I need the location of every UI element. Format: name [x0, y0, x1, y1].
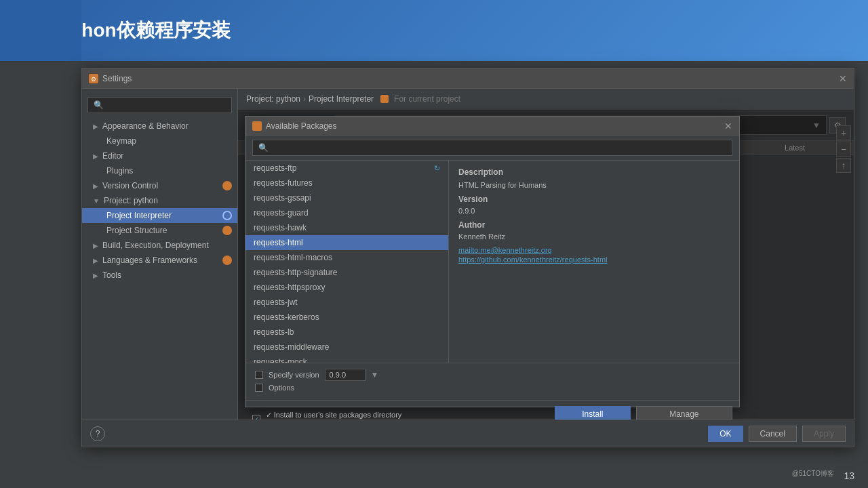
settings-sidebar: ▶ Appearance & Behavior Keymap ▶ Editor …	[82, 89, 238, 420]
author-value: Kenneth Reitz	[458, 232, 730, 241]
package-name: requests-futures	[254, 178, 313, 188]
list-item[interactable]: requests-kerberos	[245, 310, 448, 325]
author-email-link[interactable]: mailto:me@kennethreitz.org	[458, 246, 730, 254]
list-item[interactable]: requests-ftp ↻	[245, 161, 448, 176]
list-item-selected[interactable]: requests-html	[245, 235, 448, 250]
breadcrumb-icon	[380, 95, 389, 103]
slide-number: 13	[844, 470, 854, 481]
sidebar-item-interpreter[interactable]: Project Interpreter	[82, 208, 237, 223]
breadcrumb-project: Project: python	[246, 94, 300, 104]
sidebar-item-tools[interactable]: ▶ Tools	[82, 268, 237, 283]
sidebar-item-editor[interactable]: ▶ Editor	[82, 148, 237, 163]
breadcrumb: Project: python › Project Interpreter Fo…	[238, 89, 854, 110]
close-button[interactable]: ✕	[839, 73, 847, 84]
breadcrumb-sep: ›	[303, 94, 306, 104]
author-label: Author	[458, 220, 730, 230]
package-name: requests-httpsproxy	[254, 283, 325, 292]
specify-version-row: Specify version ▼	[255, 369, 730, 381]
list-item[interactable]: requests-jwt	[245, 295, 448, 310]
top-left-accent	[0, 0, 81, 61]
arrow-icon: ▶	[93, 152, 98, 160]
package-name: requests-guard	[254, 208, 309, 218]
list-item[interactable]: requests-mock	[245, 354, 448, 363]
arrow-icon: ▶	[93, 242, 98, 249]
sidebar-item-label: Appearance & Behavior	[102, 121, 189, 131]
apply-button[interactable]: Apply	[802, 426, 846, 442]
sidebar-item-keymap[interactable]: Keymap	[82, 134, 237, 148]
specify-version-checkbox[interactable]	[255, 371, 263, 379]
settings-titlebar: ⚙ Settings ✕	[82, 68, 854, 89]
package-name: requests-jwt	[254, 298, 298, 307]
reload-icon: ↻	[434, 164, 440, 173]
footer-buttons: OK Cancel Apply	[708, 426, 846, 442]
modal-title: Available Packages	[266, 121, 337, 131]
breadcrumb-note: For current project	[394, 94, 460, 104]
sidebar-item-label: Editor	[102, 151, 123, 161]
settings-footer: ? OK Cancel Apply	[82, 420, 854, 447]
modal-close-button[interactable]: ✕	[724, 121, 732, 131]
package-name: requests-middleware	[254, 342, 329, 352]
sidebar-item-build[interactable]: ▶ Build, Execution, Deployment	[82, 238, 237, 253]
version-input[interactable]	[325, 369, 366, 381]
modal-action-buttons: Install Package Manage Repositories	[555, 406, 732, 420]
list-item[interactable]: requests-middleware	[245, 340, 448, 354]
install-note: ✓ Install to user's site packages direct…	[266, 411, 549, 420]
package-name: requests-html	[254, 238, 303, 247]
list-item[interactable]: requests-futures	[245, 176, 448, 190]
modal-title-icon	[252, 121, 262, 131]
settings-body: ▶ Appearance & Behavior Keymap ▶ Editor …	[82, 89, 854, 420]
specify-version-label: Specify version	[269, 371, 319, 379]
list-item[interactable]: requests-html-macros	[245, 250, 448, 265]
package-search-input[interactable]	[252, 140, 732, 156]
settings-title: Settings	[102, 74, 132, 83]
modal-options: Specify version ▼ Options	[245, 363, 739, 400]
package-list: requests-ftp ↻ requests-futures requests…	[245, 161, 449, 363]
sidebar-item-languages[interactable]: ▶ Languages & Frameworks	[82, 253, 237, 268]
sidebar-item-label: Project Interpreter	[106, 211, 172, 220]
arrow-icon: ▶	[93, 182, 98, 190]
arrow-icon: ▶	[93, 272, 98, 279]
list-item[interactable]: requests-guard	[245, 205, 448, 220]
modal-search-area	[245, 136, 739, 161]
install-checkbox[interactable]: ✓	[252, 415, 260, 420]
sidebar-item-plugins[interactable]: Plugins	[82, 163, 237, 178]
package-name: requests-html-macros	[254, 253, 332, 262]
package-description-panel: Description HTML Parsing for Humans Vers…	[449, 161, 739, 363]
cancel-button[interactable]: Cancel	[749, 426, 797, 442]
arrow-icon: ▼	[93, 197, 100, 205]
structure-badge	[222, 226, 232, 235]
github-link[interactable]: https://github.com/kennethreitz/requests…	[458, 256, 730, 264]
vcs-badge	[222, 181, 232, 190]
sidebar-item-vcs[interactable]: ▶ Version Control	[82, 178, 237, 193]
package-name: requests-http-signature	[254, 268, 337, 277]
manage-repositories-button[interactable]: Manage Repositories	[636, 406, 732, 420]
list-item[interactable]: requests-lb	[245, 325, 448, 340]
modal-footer: ✓ ✓ Install to user's site packages dire…	[245, 400, 739, 420]
options-row: Options	[255, 384, 730, 392]
install-package-button[interactable]: Install Package	[555, 406, 631, 420]
sidebar-item-label: Build, Execution, Deployment	[102, 241, 209, 250]
slide-brand: @51CTO博客	[792, 469, 834, 479]
ok-button[interactable]: OK	[708, 426, 743, 442]
package-name: requests-lb	[254, 327, 294, 337]
help-button[interactable]: ?	[90, 426, 105, 441]
package-name: requests-kerberos	[254, 312, 319, 322]
list-item[interactable]: requests-httpsproxy	[245, 280, 448, 295]
sidebar-item-label: Project: python	[104, 196, 158, 205]
options-checkbox[interactable]	[255, 384, 263, 392]
sidebar-search-input[interactable]	[87, 97, 232, 113]
options-label: Options	[269, 384, 294, 392]
breadcrumb-page: Project Interpreter	[309, 94, 374, 104]
sidebar-item-label: Plugins	[106, 166, 133, 176]
sidebar-item-appearance[interactable]: ▶ Appearance & Behavior	[82, 119, 237, 134]
modal-body: requests-ftp ↻ requests-futures requests…	[245, 161, 739, 363]
package-name: requests-hawk	[254, 223, 307, 232]
list-item[interactable]: requests-http-signature	[245, 265, 448, 280]
package-name: requests-gssapi	[254, 193, 311, 203]
modal-titlebar: Available Packages ✕	[245, 117, 739, 136]
list-item[interactable]: requests-hawk	[245, 220, 448, 235]
list-item[interactable]: requests-gssapi	[245, 190, 448, 205]
sidebar-item-structure[interactable]: Project Structure	[82, 223, 237, 238]
arrow-icon: ▶	[93, 123, 98, 130]
sidebar-item-project[interactable]: ▼ Project: python	[82, 193, 237, 208]
